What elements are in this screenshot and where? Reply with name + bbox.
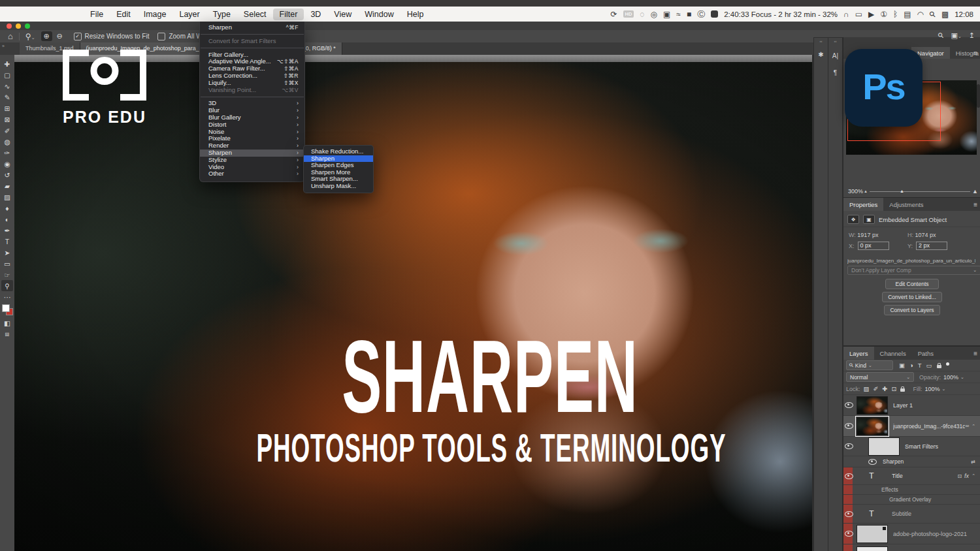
navigator-zoom-slider[interactable] — [870, 191, 970, 192]
brushes-panel-icon[interactable]: ✱ — [814, 51, 828, 58]
focus-app-icon[interactable] — [711, 10, 718, 18]
creative-cloud-icon[interactable]: ◌ — [640, 10, 644, 18]
info-circle-icon[interactable]: ① — [880, 10, 887, 18]
pixel-layer-filter-icon[interactable]: ▣ — [899, 362, 905, 369]
layer-visibility-eye-icon[interactable] — [845, 473, 853, 479]
gradient-tool-icon[interactable]: ▨ — [1, 191, 13, 202]
layer-comp-dropdown[interactable]: Don’t Apply Layer Comp ⌄ — [847, 266, 980, 275]
convert-to-linked-button[interactable]: Convert to Linked... — [882, 292, 942, 302]
wifi-icon[interactable]: ◠ — [917, 10, 924, 18]
play-circle-icon[interactable]: ▶ — [868, 10, 874, 18]
opacity-value[interactable]: 100% — [943, 374, 958, 381]
eyedropper-tool-icon[interactable]: ✐ — [1, 125, 13, 136]
hd-badge[interactable]: HD — [623, 10, 634, 18]
opacity-chevron-icon[interactable]: ⌄ — [960, 375, 964, 380]
x-position-field[interactable]: 0 px — [858, 242, 889, 250]
menubar-item-3d[interactable]: 3D — [304, 8, 327, 20]
checkbox-resize-windows-to-fit[interactable] — [74, 33, 82, 40]
zoom-out-button[interactable]: ⊖ — [54, 31, 65, 41]
foreground-color-swatch[interactable] — [2, 304, 10, 312]
zoom-tool-preset-icon[interactable]: ⚲⌄ — [25, 33, 35, 40]
spotlight-search-icon[interactable]: ⚲ — [928, 9, 938, 19]
workspace-switcher-icon[interactable]: ▣⌄ — [951, 31, 962, 40]
menubar-clock[interactable]: 12:08 — [955, 10, 973, 18]
smart-filter-mask-thumbnail[interactable] — [868, 437, 900, 456]
battery-icon[interactable]: ▤ — [904, 10, 911, 18]
share-icon[interactable]: ↥ — [969, 31, 975, 40]
layer-visibility-eye-icon[interactable] — [845, 443, 853, 449]
character-panel-icon[interactable]: A| — [828, 52, 842, 59]
blend-mode-dropdown[interactable]: Normal ⌄ — [846, 372, 914, 382]
zoom-tool-icon[interactable]: ⚲ — [1, 280, 13, 291]
layer-row-subtitle[interactable]: TSubtitle — [843, 505, 980, 524]
layers-tab-paths[interactable]: Paths — [912, 347, 939, 360]
menubar-item-view[interactable]: View — [327, 8, 358, 20]
menubar-item-layer[interactable]: Layer — [172, 8, 206, 20]
display-icon[interactable]: ▭ — [855, 10, 862, 18]
edit-toolbar-icon[interactable]: ⋯ — [1, 291, 13, 302]
layer-row-effects[interactable]: Effects — [843, 485, 980, 495]
screen-mode-icon[interactable]: ⧈ — [1, 328, 13, 339]
menubar-item-select[interactable]: Select — [237, 8, 273, 20]
history-brush-tool-icon[interactable]: ↺ — [1, 169, 13, 180]
eraser-tool-icon[interactable]: ▰ — [1, 180, 13, 191]
menubar-item-help[interactable]: Help — [400, 8, 431, 20]
sync-icon[interactable]: ⟳ — [610, 10, 617, 18]
app-square-icon[interactable]: ■ — [687, 10, 691, 18]
minimize-window-button[interactable] — [16, 24, 21, 29]
filter-menu-item-liquify[interactable]: Liquify...⇧⌘X — [200, 80, 304, 87]
home-icon[interactable]: ⌂ — [8, 32, 13, 40]
bluetooth-icon[interactable]: ᛒ — [893, 10, 898, 18]
layers-panel-menu-icon[interactable]: ≡ — [973, 350, 977, 357]
layer-row-gradient-overlay[interactable]: Gradient Overlay — [843, 495, 980, 505]
navigator-zoom-slider-thumb[interactable]: ▲ — [900, 189, 904, 193]
layers-tab-channels[interactable]: Channels — [874, 347, 912, 360]
filter-blending-options-icon[interactable]: ⇄ — [971, 459, 975, 465]
camera-icon[interactable]: ▣ — [663, 10, 670, 18]
waves-icon[interactable]: ≈ — [676, 10, 681, 18]
layers-tab-layers[interactable]: Layers — [843, 347, 874, 360]
paragraph-panel-icon[interactable]: ¶ — [828, 69, 842, 76]
zoom-out-mountain-icon[interactable]: ▲ — [864, 189, 868, 193]
dodge-tool-icon[interactable]: ◐ — [1, 213, 13, 225]
smart-object-filter-icon[interactable] — [937, 365, 941, 368]
lasso-tool-icon[interactable]: ∿ — [1, 80, 13, 91]
layer-visibility-eye-icon[interactable] — [845, 402, 853, 408]
menubar-item-window[interactable]: Window — [358, 8, 400, 20]
layer-thumbnail[interactable] — [857, 396, 888, 415]
lock-pixels-icon[interactable]: ✐ — [874, 385, 879, 392]
layer-visibility-eye-icon[interactable] — [845, 511, 853, 517]
smart-object-link-icon[interactable]: ∞ — [965, 423, 969, 429]
path-selection-tool-icon[interactable]: ➤ — [1, 247, 13, 258]
layer-visibility-eye-icon[interactable] — [845, 423, 853, 429]
layers-scrollbar[interactable] — [977, 84, 980, 108]
layer-row-juanproedu-imag-9fce431cb76d-0[interactable]: juanproedu_Imag...-9fce431cb76d_0∞⌃ — [843, 416, 980, 437]
properties-tab-properties[interactable]: Properties — [843, 198, 883, 211]
menubar-item-filter[interactable]: Filter — [273, 8, 304, 20]
edit-contents-button[interactable]: Edit Contents — [885, 279, 939, 289]
lock-transparency-icon[interactable]: ▨ — [864, 385, 870, 392]
filter-menu-item-distort[interactable]: Distort› — [200, 121, 304, 129]
hand-tool-icon[interactable]: ☞ — [1, 269, 13, 280]
adjustment-layer-filter-icon[interactable]: ◑ — [909, 362, 913, 369]
shape-tool-icon[interactable]: ▭ — [1, 258, 13, 269]
layer-row-smart-filters[interactable]: Smart Filters — [843, 437, 980, 456]
foreground-background-colors[interactable] — [2, 304, 13, 315]
expand-panels-icon[interactable]: ‹‹ — [814, 39, 828, 43]
brush-tool-icon[interactable]: ✑ — [1, 147, 13, 158]
filter-menu-item-stylize[interactable]: Stylize› — [200, 157, 304, 164]
expand-panels-icon[interactable]: ‹‹ — [828, 39, 842, 43]
zoom-in-button[interactable]: ⊕ — [41, 31, 52, 41]
quick-selection-tool-icon[interactable]: ✎ — [1, 91, 13, 102]
focus-status-text[interactable]: 2:40:33 Focus - 2 hr 32 min - 32% — [724, 10, 838, 18]
option-resize-windows-to-fit[interactable]: Resize Windows to Fit — [74, 33, 150, 40]
headphones-icon[interactable]: ∩ — [843, 10, 849, 18]
layer-row-adobe-photoshop-logo-2021[interactable]: adobe-photoshop-logo-2021 — [843, 524, 980, 544]
fill-chevron-icon[interactable]: ⌄ — [941, 386, 945, 392]
tab-overflow-icon[interactable]: » — [2, 44, 5, 48]
quick-mask-icon[interactable]: ◧ — [1, 317, 13, 328]
properties-panel-menu-icon[interactable]: ≡ — [973, 201, 977, 208]
layer-visibility-eye-icon[interactable] — [845, 531, 853, 537]
effects-badge-icon[interactable]: ⊡ — [957, 473, 962, 479]
close-window-button[interactable] — [7, 24, 12, 29]
